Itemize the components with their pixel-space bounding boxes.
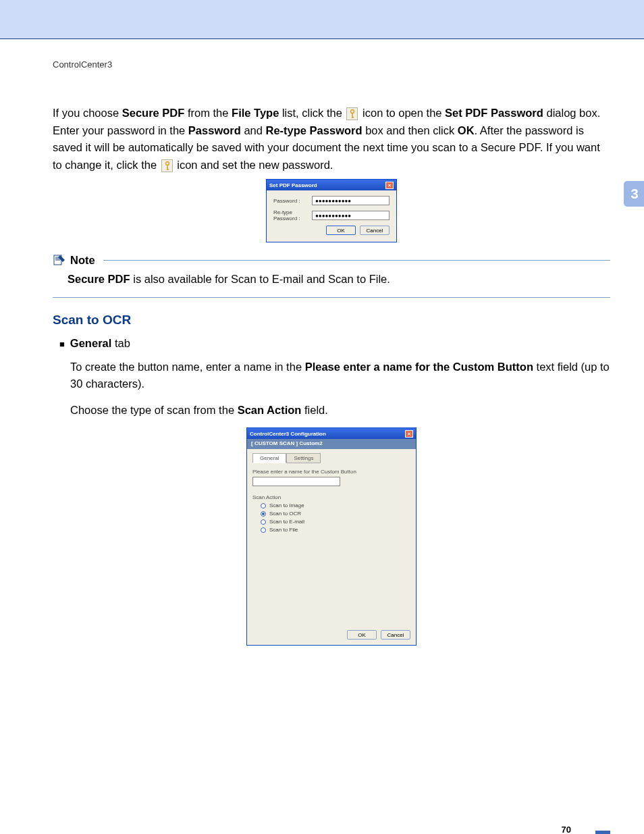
radio-icon xyxy=(261,511,266,517)
cancel-button[interactable]: Cancel xyxy=(381,630,410,640)
bullet-square-icon: ■ xyxy=(59,337,65,352)
note-title: Note xyxy=(70,254,95,267)
note-header: Note xyxy=(53,253,610,267)
text: from the xyxy=(184,107,232,119)
radio-label: Scan to OCR xyxy=(269,511,301,517)
svg-rect-5 xyxy=(167,169,169,170)
close-icon[interactable]: × xyxy=(385,182,394,189)
radio-icon xyxy=(261,527,266,533)
cancel-button[interactable]: Cancel xyxy=(360,226,390,235)
b: Scan Action xyxy=(238,404,302,416)
sub-paragraph: Choose the type of scan from the Scan Ac… xyxy=(70,402,610,419)
close-icon[interactable]: × xyxy=(405,430,413,438)
radio-scan-to-file[interactable]: Scan to File xyxy=(261,527,410,533)
radio-icon xyxy=(261,503,266,509)
text: field. xyxy=(301,404,327,416)
ok-button[interactable]: OK xyxy=(347,630,377,640)
custom-button-name-input[interactable] xyxy=(252,477,340,486)
body-paragraph: If you choose Secure PDF from the File T… xyxy=(53,105,610,174)
retype-password-label: Re-type Password : xyxy=(273,209,312,221)
scan-to-ocr-heading: Scan to OCR xyxy=(53,313,610,328)
page-corner-decoration xyxy=(595,831,610,834)
key-icon xyxy=(346,107,358,120)
note-icon xyxy=(53,253,66,267)
radio-scan-to-email[interactable]: Scan to E-mail xyxy=(261,519,410,525)
b: General xyxy=(70,337,111,349)
key-icon xyxy=(161,159,173,172)
dialog-subtitle: [ CUSTOM SCAN ] Custom2 xyxy=(247,439,416,449)
divider xyxy=(103,260,610,261)
scan-action-label: Scan Action xyxy=(252,494,410,500)
text: tab xyxy=(111,337,130,349)
note-body: Secure PDF is also available for Scan to… xyxy=(53,271,610,298)
radio-label: Scan to Image xyxy=(269,502,304,509)
b: Please enter a name for the Custom Butto… xyxy=(305,361,533,373)
dialog-title: Set PDF Password xyxy=(269,182,317,188)
b: Set PDF Password xyxy=(445,107,543,119)
section-header: ControlCenter3 xyxy=(53,59,610,70)
text: icon to open the xyxy=(359,107,445,119)
text: icon and set the new password. xyxy=(174,159,333,171)
text: If you choose xyxy=(53,107,122,119)
ok-button[interactable]: OK xyxy=(326,226,356,235)
radio-label: Scan to E-mail xyxy=(269,519,304,525)
password-input[interactable] xyxy=(312,196,390,205)
controlcenter-config-dialog: ControlCenter3 Configuration × [ CUSTOM … xyxy=(246,427,417,646)
dialog-title: ControlCenter3 Configuration xyxy=(250,431,326,437)
b: Password xyxy=(188,124,241,136)
radio-scan-to-ocr[interactable]: Scan to OCR xyxy=(261,511,410,517)
bullet-general-tab: ■ General tab xyxy=(59,337,610,352)
dialog-titlebar: Set PDF Password × xyxy=(267,180,396,190)
custom-button-name-label: Please enter a name for the Custom Butto… xyxy=(252,469,410,475)
svg-point-0 xyxy=(351,110,354,113)
tab-general[interactable]: General xyxy=(252,453,286,463)
radio-scan-to-image[interactable]: Scan to Image xyxy=(261,502,410,509)
dialog-titlebar: ControlCenter3 Configuration × xyxy=(247,428,416,439)
b: File Type xyxy=(232,107,279,119)
svg-point-3 xyxy=(165,161,169,165)
b: Secure PDF xyxy=(68,273,130,285)
text: is also available for Scan to E-mail and… xyxy=(130,273,390,285)
chapter-tab: 3 xyxy=(624,181,644,207)
b: OK xyxy=(458,124,475,136)
text: box and then click xyxy=(363,124,458,136)
text: To create the button name, enter a name … xyxy=(70,361,305,373)
svg-rect-2 xyxy=(352,117,354,118)
b: Re-type Password xyxy=(266,124,363,136)
text: list, click the xyxy=(279,107,345,119)
retype-password-input[interactable] xyxy=(312,211,390,220)
page-content: ControlCenter3 3 If you choose Secure PD… xyxy=(0,39,644,834)
text: Choose the type of scan from the xyxy=(70,404,238,416)
page-number: 70 xyxy=(562,825,571,834)
top-bar xyxy=(0,0,644,39)
text: and xyxy=(241,124,266,136)
set-pdf-password-dialog: Set PDF Password × Password : Re-type Pa… xyxy=(266,179,397,242)
sub-paragraph: To create the button name, enter a name … xyxy=(70,359,610,392)
radio-label: Scan to File xyxy=(269,527,298,533)
b: Secure PDF xyxy=(122,107,185,119)
radio-icon xyxy=(261,519,266,525)
password-label: Password : xyxy=(273,198,312,204)
tab-strip: General Settings xyxy=(252,453,410,463)
tab-settings[interactable]: Settings xyxy=(286,453,321,463)
